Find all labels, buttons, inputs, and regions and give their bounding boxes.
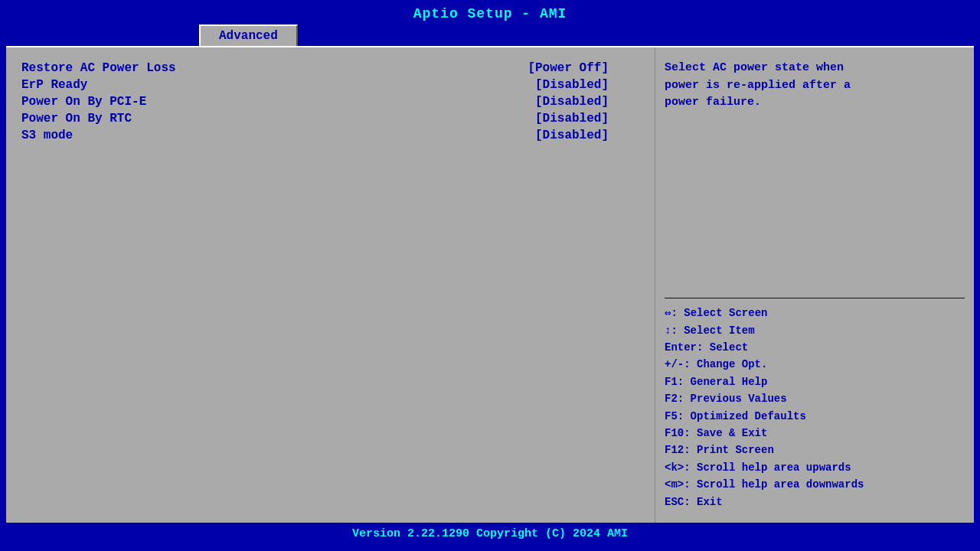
settings-value-3: [Disabled]	[535, 112, 609, 126]
settings-value-4: [Disabled]	[535, 129, 609, 142]
tab-advanced[interactable]: Advanced	[199, 24, 298, 46]
keybinding-7: F10: Save & Exit	[665, 425, 965, 442]
settings-label-3: Power On By RTC	[21, 112, 132, 126]
bottom-bar	[0, 545, 980, 551]
right-panel: Select AC power state whenpower is re-ap…	[655, 47, 974, 523]
settings-row-1[interactable]: ErP Ready [Disabled]	[21, 77, 639, 93]
app: Aptio Setup - AMI Advanced Restore AC Po…	[0, 0, 980, 551]
divider	[665, 298, 965, 298]
help-text: Select AC power state whenpower is re-ap…	[665, 60, 965, 292]
keybinding-0: ⇔: Select Screen	[665, 305, 965, 321]
keybinding-3: +/-: Change Opt.	[665, 356, 965, 373]
settings-label-2: Power On By PCI-E	[21, 95, 146, 109]
title-bar: Aptio Setup - AMI	[0, 0, 980, 24]
keybinding-9: <k>: Scroll help area upwards	[665, 459, 965, 476]
footer-text: Version 2.22.1290 Copyright (C) 2024 AMI	[352, 527, 628, 540]
keybinding-5: F2: Previous Values	[665, 390, 965, 407]
footer: Version 2.22.1290 Copyright (C) 2024 AMI	[6, 523, 974, 545]
settings-row-4[interactable]: S3 mode [Disabled]	[21, 127, 639, 144]
help-text-content: Select AC power state whenpower is re-ap…	[665, 61, 851, 109]
settings-row-2[interactable]: Power On By PCI-E [Disabled]	[21, 93, 639, 110]
keybinding-4: F1: General Help	[665, 373, 965, 390]
settings-value-0: [Power Off]	[528, 61, 609, 75]
app-title: Aptio Setup - AMI	[413, 6, 567, 21]
main-content: Restore AC Power Loss [Power Off] ErP Re…	[6, 46, 974, 523]
settings-label-1: ErP Ready	[21, 78, 87, 92]
keybinding-2: Enter: Select	[665, 339, 965, 356]
settings-row-0[interactable]: Restore AC Power Loss [Power Off]	[21, 60, 639, 77]
settings-value-2: [Disabled]	[535, 95, 609, 109]
keybinding-11: ESC: Exit	[665, 494, 965, 510]
keybinding-8: F12: Print Screen	[665, 442, 965, 458]
keybinding-1: ↕: Select Item	[665, 322, 965, 339]
keybinding-10: <m>: Scroll help area downwards	[665, 476, 965, 493]
key-help: ⇔: Select Screen ↕: Select Item Enter: S…	[665, 305, 965, 510]
settings-row-3[interactable]: Power On By RTC [Disabled]	[21, 110, 639, 127]
left-panel: Restore AC Power Loss [Power Off] ErP Re…	[6, 47, 655, 523]
settings-label-0: Restore AC Power Loss	[21, 61, 176, 75]
keybinding-6: F5: Optimized Defaults	[665, 408, 965, 425]
settings-label-4: S3 mode	[21, 129, 73, 142]
settings-value-1: [Disabled]	[535, 78, 609, 92]
tab-bar: Advanced	[0, 24, 980, 46]
